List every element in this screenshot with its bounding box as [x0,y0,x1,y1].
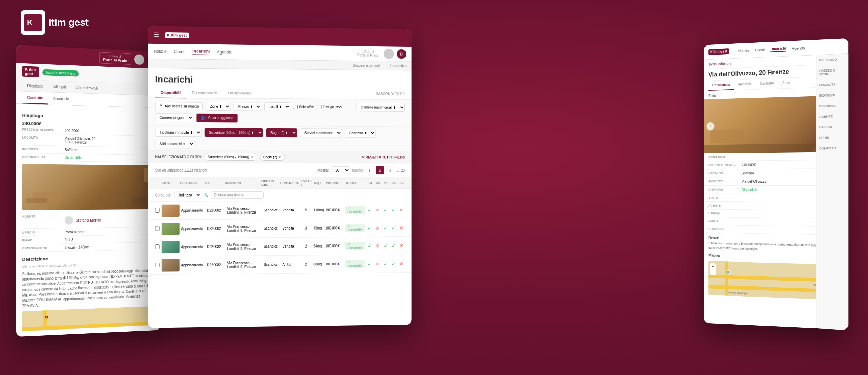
solo-affitti-check[interactable]: Solo affitti [293,105,314,109]
right-nav-clienti[interactable]: Clienti [755,48,765,52]
row-checkbox[interactable] [155,226,159,231]
remove-superficie-btn[interactable]: ✕ [250,155,254,159]
col-stato: STATO [346,181,366,185]
sidebar-composiz[interactable]: COMPOSIZ... [819,146,845,150]
camere-filter[interactable]: Camere matrimoniali ⬆ [356,103,405,112]
center-avatar [384,49,394,59]
prop-label: INDIRIZZO [22,147,65,152]
sidebar-piano[interactable]: PIANO [819,136,845,140]
locali-filter[interactable]: Locali ⬆ [264,102,290,111]
crea-button[interactable]: 👤+ Crea o aggiorna [196,114,237,123]
servizi-filter[interactable]: Servizi e accessori [300,128,342,137]
row-checkbox[interactable] [155,244,159,249]
col-rif: RIF [205,181,224,185]
right-main-area: Torna Indietro ↑ Via dell'Olivuzzo, 20 F… [704,54,848,330]
right-map-zoom[interactable]: + − [710,263,716,275]
subtab-contratto[interactable]: Contratto [22,92,48,105]
prop-val: Via dell'Olivuzzo, 2050135 Firenze [65,136,156,145]
sidebar-disponib[interactable]: DISPONIB... [819,104,845,108]
tab-riepilogo[interactable]: Riepilogo [22,80,48,92]
subtab-annuncio[interactable]: Annuncio [48,92,74,105]
right-nav-agenda[interactable]: Agenda [792,45,805,50]
nav-agenda[interactable]: Agenda [217,50,232,55]
zoom-in-icon[interactable]: + [712,264,714,268]
row-contratto: Affitto [283,262,299,266]
map-road1 [22,322,155,331]
superficie-filter[interactable]: Superficie (50mq - 150mq) ⬆ [205,128,263,137]
tab-anne[interactable]: Anne [778,78,794,89]
sidebar-prezzo[interactable]: PREZZO DI VEND... [819,68,845,76]
mostra-label: Mostra: [317,168,329,172]
property-image [22,164,155,210]
tab-immobile[interactable]: Immobile [734,79,756,90]
contratto-filter[interactable]: Contratto ⬆ [345,129,376,138]
sidebar-ufficio[interactable]: UFFICIO [819,125,845,129]
filter-tab-approvare[interactable]: Da approvare [223,88,257,99]
row-stato: ✓ Disponibile [345,242,365,250]
row-checkbox[interactable] [155,262,159,267]
tab-allegati[interactable]: Allegati [48,81,71,93]
page-1-btn[interactable]: 1 [366,166,374,174]
main-logo: K itim gest [21,10,89,35]
zoom-out-icon[interactable]: − [712,269,714,274]
tab-contratto[interactable]: Contratto [756,78,778,89]
page-2-btn[interactable]: 2 [376,166,384,174]
tab-clienti[interactable]: Clienti trovati [71,82,102,94]
filter-tab-completare[interactable]: Da completare [186,88,223,99]
nav-incarichi[interactable]: Incarichi [192,49,210,55]
row-ga: ✕ [374,225,381,231]
table-header: FOTO TIPOLOGIA RIF INDIRIZZO UFFICIO GEO… [148,177,412,189]
nav-clienti[interactable]: Clienti [174,49,185,54]
col-ufficio: UFFICIO GEO [261,180,279,186]
hide-filters-btn[interactable]: NASCONDI FILTRI [376,89,405,99]
center-logo: K itim gest [165,32,189,38]
camere-singole-filter[interactable]: Camere singole [155,113,193,122]
sidebar-riepilogo[interactable]: Riepilogo [819,57,845,62]
col-prezzo: PREZZO [326,181,344,185]
right-nav-incarichi[interactable]: Incarichi [770,46,786,52]
indietro-btn[interactable]: Indietro [352,168,364,172]
search-input[interactable] [211,191,264,199]
row-img [162,259,180,272]
sidebar-agente[interactable]: AGENTE [819,114,845,118]
table-row[interactable]: Appartamento D220082 Via Francesco Landi… [148,201,412,220]
remove-bagni-btn[interactable]: ✕ [278,155,282,159]
tab-panoramica[interactable]: Panoramica [708,80,734,91]
tipologia-filter[interactable]: Tipologia immobile ⬆ [155,128,201,137]
nav-notizie[interactable]: Notizie [153,49,166,54]
right-nav-notizie[interactable]: Notizie [738,48,749,53]
sidebar-indirizzo[interactable]: INDIRIZZO [819,93,845,97]
filter-tab-disponibili[interactable]: Disponibili [155,88,186,98]
row-mq: 110mq [313,208,324,212]
agent-info: Stefano Merlini [65,214,156,226]
table-row[interactable]: Appartamento D220082 Via Francesco Landi… [148,255,412,275]
prop-label: AGENTE [22,215,65,227]
row-indirizzo: Via Francesco Landini, 9, Firenze [227,261,262,269]
search-by-label: Cerca per: [155,193,172,197]
search-row: Cerca per: Indirizzo 🔍 [148,189,412,202]
row-as: ✕ [398,261,405,266]
row-checkbox[interactable] [155,208,159,212]
map-search-btn[interactable]: 📍 Apri ricerca su mappa [155,102,203,110]
tab-sospesi[interactable]: Sospesi o venduti [348,61,385,70]
hamburger-icon[interactable]: ☰ [153,31,159,39]
reset-filters-btn[interactable]: ✕ RESETTA TUTTI I FILTRI [362,155,405,159]
right-label: PREZZO DI VEND... [708,163,742,167]
search-by-select[interactable]: Indirizzo [174,191,201,199]
zone-filter[interactable]: Zone ⬆ [206,102,231,111]
altri-filter[interactable]: Altri parametri ⬆ [155,140,194,149]
table-row[interactable]: Appartamento D220082 Via Francesco Landi… [148,237,412,256]
row-contratto: Vendita [283,208,299,212]
sidebar-localita[interactable]: LOCALITÀ [819,82,845,87]
map-road2 [43,310,47,332]
left-scroll-content: Riepilogo 240.000€ PREZZO DI VENDITA 240… [16,104,161,332]
table-row[interactable]: Appartamento D220082 Via Francesco Landi… [148,219,412,238]
mostra-select[interactable]: 20 50 100 [331,166,350,174]
tutti-uffici-check[interactable]: Tutti gli uffici [317,105,342,109]
prop-row-localita: LOCALITÀ Via dell'Olivuzzo, 2050135 Fire… [22,134,155,148]
bagni-filter[interactable]: Bagni (2) ⬆ [266,128,297,137]
prezzo-filter[interactable]: Prezzo ⬆ [234,102,261,111]
tab-trattativa[interactable]: In trattativa [385,61,412,70]
row-tipo: Appartamento [181,245,205,249]
page-3-btn[interactable]: 3 [386,166,394,174]
